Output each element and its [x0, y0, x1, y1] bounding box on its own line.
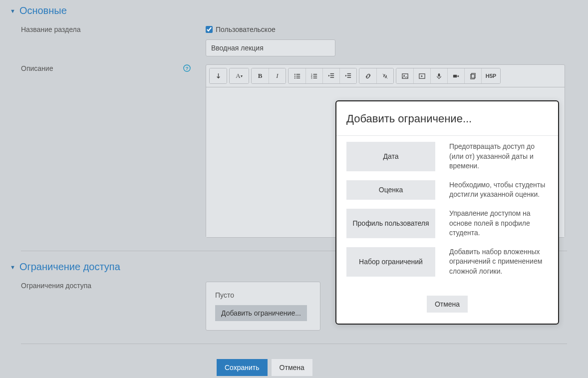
font-picker-icon[interactable]: A▾ — [230, 68, 249, 83]
outdent-icon[interactable] — [322, 68, 339, 83]
unlink-icon[interactable] — [376, 68, 393, 83]
indent-icon[interactable] — [339, 68, 356, 83]
restriction-option-row: Набор ограничений Добавить набор вложенн… — [346, 247, 548, 277]
svg-rect-5 — [296, 74, 300, 75]
svg-point-2 — [294, 73, 295, 74]
restriction-option-grade-desc: Необходимо, чтобы студенты достигли указ… — [449, 180, 548, 200]
chevron-down-icon: ▼ — [10, 264, 15, 270]
restriction-option-row: Оценка Необходимо, чтобы студенты достиг… — [346, 180, 548, 200]
section-main-header[interactable]: ▼ Основные — [10, 0, 578, 21]
svg-rect-12 — [313, 75, 317, 76]
h5p-icon[interactable]: H5P — [481, 68, 500, 83]
section-restrict-title: Ограничение доступа — [19, 261, 120, 273]
svg-rect-7 — [296, 77, 300, 78]
numbered-list-icon[interactable]: 123 — [305, 68, 322, 83]
media-icon[interactable] — [413, 68, 430, 83]
link-icon[interactable] — [359, 68, 376, 83]
image-icon[interactable] — [396, 68, 413, 83]
save-button[interactable]: Сохранить — [217, 359, 268, 376]
bullet-list-icon[interactable] — [289, 68, 305, 83]
modal-cancel-button[interactable]: Отмена — [427, 296, 468, 313]
svg-point-3 — [294, 75, 295, 76]
editor-toolbar: A▾ B I 123 — [206, 65, 565, 87]
restriction-option-profile[interactable]: Профиль пользователя — [346, 209, 435, 238]
svg-point-4 — [294, 77, 295, 78]
restriction-option-set[interactable]: Набор ограничений — [346, 247, 435, 277]
section-name-input[interactable] — [206, 39, 335, 56]
svg-rect-18 — [347, 75, 351, 76]
italic-icon[interactable]: I — [269, 68, 286, 83]
svg-rect-20 — [402, 73, 407, 78]
divider — [21, 344, 567, 344]
svg-rect-11 — [313, 74, 317, 75]
custom-name-checkbox[interactable] — [206, 26, 213, 33]
svg-rect-24 — [453, 74, 457, 77]
svg-text:3: 3 — [311, 77, 312, 79]
restriction-option-grade[interactable]: Оценка — [346, 180, 435, 200]
add-restriction-button[interactable]: Добавить ограничение... — [215, 305, 307, 321]
chevron-down-icon: ▼ — [10, 8, 15, 14]
modal-title: Добавить ограничение... — [336, 101, 558, 136]
toolbar-more-icon[interactable] — [210, 68, 227, 83]
restriction-box: Пусто Добавить ограничение... — [206, 282, 320, 331]
section-main-title: Основные — [19, 5, 67, 16]
restriction-empty-text: Пусто — [215, 291, 311, 299]
custom-name-checkbox-wrap[interactable]: Пользовательское — [206, 25, 578, 33]
microphone-icon[interactable] — [430, 68, 447, 83]
svg-rect-6 — [296, 75, 300, 76]
video-icon[interactable] — [447, 68, 464, 83]
add-restriction-modal: Добавить ограничение... Дата Предотвраща… — [335, 100, 559, 325]
help-icon[interactable]: ? — [183, 64, 191, 73]
svg-rect-23 — [438, 73, 440, 76]
restriction-option-set-desc: Добавить набор вложенных ограничений с п… — [449, 247, 548, 277]
cancel-button[interactable]: Отмена — [272, 359, 312, 376]
bold-icon[interactable]: B — [252, 68, 269, 83]
restriction-option-profile-desc: Управление доступом на основе полей в пр… — [449, 209, 548, 238]
svg-rect-19 — [347, 77, 351, 78]
label-section-name: Название раздела — [21, 25, 206, 56]
svg-rect-16 — [330, 77, 334, 78]
svg-text:?: ? — [186, 66, 189, 71]
files-icon[interactable] — [464, 68, 481, 83]
restriction-option-date-desc: Предотвращать доступ до (или от) указанн… — [449, 142, 548, 171]
label-description: Описание — [21, 64, 53, 72]
label-restrictions: Ограничения доступа — [21, 282, 206, 331]
restriction-option-row: Профиль пользователя Управление доступом… — [346, 209, 548, 238]
svg-rect-15 — [330, 75, 334, 76]
svg-rect-13 — [313, 77, 317, 78]
restriction-option-date[interactable]: Дата — [346, 142, 435, 171]
custom-name-checkbox-label: Пользовательское — [216, 25, 276, 33]
svg-rect-14 — [330, 73, 334, 74]
restriction-option-row: Дата Предотвращать доступ до (или от) ук… — [346, 142, 548, 171]
svg-rect-17 — [347, 73, 351, 74]
